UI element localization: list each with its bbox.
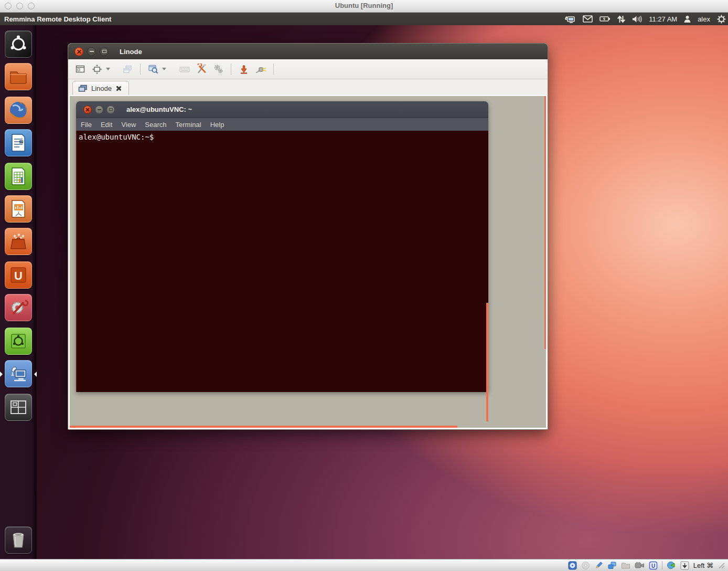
tab-close-icon[interactable]	[115, 86, 121, 91]
launcher-item-system-settings[interactable]	[5, 294, 32, 321]
tab-linode[interactable]: Linode	[72, 81, 129, 95]
impress-presentation-icon	[9, 199, 28, 219]
import-button[interactable]	[237, 62, 251, 76]
remmina-titlebar[interactable]: Linode	[68, 44, 548, 59]
magnify-icon	[148, 64, 159, 75]
user-icon[interactable]	[684, 15, 691, 23]
launcher-item-workspace-switcher[interactable]	[5, 394, 32, 421]
disconnect-button[interactable]	[254, 62, 267, 76]
terminal-titlebar[interactable]: alex@ubuntuVNC: ~	[76, 101, 488, 118]
launcher-item-files[interactable]	[5, 63, 32, 90]
fullscreen-icon	[75, 64, 85, 75]
remmina-icon	[8, 363, 29, 384]
launcher-item-trash[interactable]	[5, 526, 32, 554]
viewport-vertical-scroll-indicator[interactable]	[544, 96, 546, 349]
terminal-menubar: File Edit View Search Terminal Help	[76, 118, 488, 131]
viewport-horizontal-scroll-indicator[interactable]	[70, 426, 457, 428]
launcher-item-dash-home[interactable]	[5, 30, 32, 58]
terminal-close-button[interactable]	[83, 105, 92, 114]
writer-document-icon	[9, 133, 28, 153]
toolbar-separator	[231, 64, 231, 75]
close-icon	[77, 49, 81, 54]
keyboard-capture-icon[interactable]	[680, 561, 689, 570]
menu-search[interactable]: Search	[145, 121, 166, 129]
terminal-maximize-button[interactable]	[106, 105, 115, 114]
launcher-item-ubuntu-one[interactable]: U	[5, 261, 32, 289]
mail-icon[interactable]	[583, 15, 593, 23]
remmina-viewport: alex@ubuntuVNC: ~ File Edit View Search …	[69, 95, 547, 429]
maximize-icon	[102, 50, 106, 53]
host-window-title: Ubuntu [Running]	[0, 2, 728, 9]
session-gear-icon[interactable]	[717, 15, 726, 24]
workspace-grid-icon	[8, 397, 28, 417]
plug-icon	[255, 64, 266, 75]
toolbar-separator	[140, 64, 141, 75]
terminal-window: alex@ubuntuVNC: ~ File Edit View Search …	[76, 101, 488, 392]
preferences-button[interactable]	[211, 62, 225, 76]
svg-text:U: U	[651, 563, 655, 568]
optical-drives-icon[interactable]	[581, 561, 590, 570]
shell-prompt: alex@ubuntuVNC:~$	[77, 131, 488, 141]
menu-file[interactable]: File	[81, 121, 92, 129]
panel-tray: 11:27 AM alex	[564, 13, 726, 25]
remmina-close-button[interactable]	[74, 47, 83, 56]
mouse-integration-icon[interactable]	[667, 561, 676, 570]
duplicate-connection-button[interactable]	[121, 62, 134, 76]
volume-icon[interactable]	[632, 15, 642, 23]
usb-devices-icon[interactable]: U	[649, 561, 658, 570]
tab-label: Linode	[91, 84, 112, 92]
hard-disks-icon[interactable]	[568, 561, 577, 570]
trash-icon	[8, 530, 28, 550]
scaled-mode-icon	[92, 64, 102, 75]
launcher-item-software-center[interactable]	[5, 228, 32, 255]
ubuntu-one-icon: U	[8, 265, 28, 285]
pencil-icon[interactable]	[594, 561, 603, 570]
vnc-remote-desktop[interactable]: alex@ubuntuVNC: ~ File Edit View Search …	[70, 96, 546, 428]
tools-icon	[196, 64, 207, 75]
battery-icon[interactable]	[599, 16, 611, 22]
panel-app-title: Remmina Remote Desktop Client	[0, 15, 111, 23]
resize-grip-icon[interactable]	[718, 562, 725, 569]
video-capture-icon[interactable]	[635, 562, 645, 569]
menu-help[interactable]: Help	[210, 121, 224, 129]
folder-icon	[8, 67, 28, 87]
scaled-mode-dropdown[interactable]	[106, 68, 110, 70]
launcher-item-libreoffice-impress[interactable]	[5, 195, 32, 223]
fullscreen-button[interactable]	[73, 62, 87, 76]
remmina-minimize-button[interactable]	[87, 47, 96, 56]
launcher-item-software-updater[interactable]	[5, 327, 32, 355]
shared-folders-icon[interactable]	[621, 562, 630, 569]
svg-text:U: U	[14, 269, 23, 282]
network-adapters-icon[interactable]	[607, 561, 617, 570]
terminal-scrollbar[interactable]	[486, 303, 488, 421]
remmina-maximize-button[interactable]	[100, 47, 109, 56]
keyboard-grab-button[interactable]	[178, 62, 191, 76]
unity-launcher: U	[0, 25, 37, 559]
magnify-button[interactable]	[146, 62, 160, 76]
remmina-window-title: Linode	[120, 48, 142, 56]
magnify-dropdown[interactable]	[162, 68, 166, 70]
ubuntu-software-icon	[8, 331, 28, 351]
software-center-bag-icon	[8, 231, 28, 251]
remmina-applet-icon[interactable]	[564, 15, 576, 23]
launcher-item-firefox[interactable]	[5, 97, 32, 124]
launcher-item-libreoffice-writer[interactable]	[5, 129, 32, 156]
minimize-icon	[90, 51, 94, 52]
menu-view[interactable]: View	[121, 121, 136, 129]
maximize-icon	[109, 108, 113, 111]
scaled-mode-button[interactable]	[90, 62, 104, 76]
desktop-wallpaper: Linode	[0, 25, 728, 559]
menu-terminal[interactable]: Terminal	[176, 121, 201, 129]
launcher-item-libreoffice-calc[interactable]	[5, 163, 32, 190]
terminal-body[interactable]: alex@ubuntuVNC:~$	[76, 131, 488, 392]
tools-button[interactable]	[195, 62, 208, 76]
launcher-item-remmina[interactable]	[5, 360, 32, 387]
network-traffic-icon[interactable]	[617, 15, 625, 23]
terminal-minimize-button[interactable]	[95, 105, 103, 114]
screen: Ubuntu [Running] Remmina Remote Desktop …	[0, 0, 728, 571]
import-icon	[239, 64, 249, 75]
panel-clock[interactable]: 11:27 AM	[649, 15, 677, 23]
panel-username[interactable]: alex	[698, 15, 710, 23]
menu-edit[interactable]: Edit	[101, 121, 112, 129]
focused-indicator	[34, 372, 37, 377]
